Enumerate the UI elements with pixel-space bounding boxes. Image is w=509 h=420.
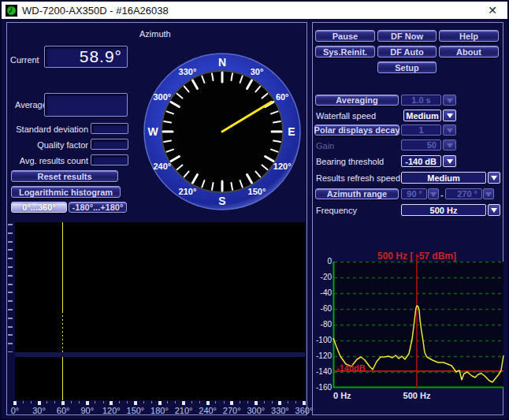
azimuth-axis-tick	[215, 401, 216, 403]
azimuth-axis-tick	[254, 401, 258, 405]
compass-degree-label: 330°	[179, 67, 197, 76]
azimuth-axis-tick	[61, 401, 65, 405]
compass-cardinal-label: S	[218, 195, 225, 207]
range-0-360-toggle[interactable]: 0°...360°	[11, 202, 67, 213]
azimuth-axis-tick	[182, 401, 185, 405]
azimuth-heading: Azimuth	[139, 29, 171, 39]
azimuth-axis-tick-label: 330°	[266, 406, 293, 415]
azimuth-axis-tick	[151, 401, 152, 403]
azimuth-axis-tick	[288, 401, 288, 403]
compass-degree-label: 300°	[153, 92, 171, 102]
azimuth-axis: 0°30°60°90°120°150°180°210°240°270°300°3…	[7, 400, 307, 415]
compass-degree-label: 120°	[273, 162, 292, 171]
azimuth-compass: N30°60°E120°150°S210°240°W300°330°	[143, 52, 302, 211]
compass-degree-label: 150°	[248, 187, 266, 196]
azimuth-axis-tick	[86, 401, 89, 405]
azimuth-axis-tick	[199, 401, 200, 403]
avg-results-count-label: Avg. results count	[7, 156, 88, 165]
azimuth-axis-tick	[31, 401, 32, 403]
azimuth-axis-tick	[134, 401, 137, 405]
azimuth-axis-tick-label: 0°	[2, 406, 28, 415]
azimuth-axis-tick-label: 30°	[26, 406, 53, 415]
azimuth-axis-tick	[79, 401, 80, 403]
title-bar[interactable]: WD-7200-AX350D - #16A26038 ✕	[2, 2, 507, 19]
azimuth-axis-tick	[224, 401, 225, 403]
histogram-bearing-bar	[62, 357, 63, 400]
azimuth-axis-tick	[303, 401, 306, 405]
azimuth-axis-tick	[54, 401, 55, 403]
spectrum-x-axis-labels: 0 Hz500 Hz	[313, 23, 503, 414]
range-pm180-toggle[interactable]: -180°...+180°	[69, 202, 127, 213]
azimuth-axis-tick	[175, 401, 176, 403]
azimuth-panel: Azimuth Current 58.9° Average Standard d…	[6, 22, 307, 415]
waterfall-bearing-trace-dotted	[62, 311, 63, 352]
azimuth-axis-tick	[295, 401, 296, 403]
waterfall-time-ticks	[8, 224, 13, 352]
azimuth-axis-tick	[240, 401, 240, 403]
azimuth-axis-tick	[110, 401, 113, 405]
average-bearing-display	[44, 93, 128, 117]
azimuth-axis-tick	[264, 401, 265, 403]
quality-factor-label: Quality factor	[7, 140, 88, 150]
quality-factor-display	[91, 139, 128, 150]
compass-cardinal-label: N	[218, 56, 226, 69]
average-label: Average	[15, 100, 47, 110]
azimuth-axis-tick	[272, 401, 273, 403]
azimuth-axis-tick-label: 60°	[50, 406, 76, 415]
azimuth-axis-tick-label: 240°	[195, 406, 221, 415]
azimuth-axis-tick	[143, 401, 144, 403]
current-bearing-display: 58.9°	[44, 46, 128, 68]
azimuth-axis-tick-label: 150°	[122, 406, 149, 415]
azimuth-axis-tick	[95, 401, 95, 403]
std-deviation-label: Standard deviation	[7, 125, 88, 134]
azimuth-axis-tick-label: 180°	[147, 406, 173, 415]
azimuth-axis-tick	[103, 401, 104, 403]
azimuth-axis-tick-label: 210°	[170, 406, 197, 415]
bearing-histogram	[15, 357, 305, 400]
compass-degree-label: 60°	[276, 92, 289, 102]
azimuth-axis-tick	[158, 401, 162, 405]
avg-results-count-display	[91, 154, 128, 165]
control-panel: Pause DF Now Help Sys.Reinit. DF Auto Ab…	[312, 22, 503, 415]
azimuth-axis-tick	[247, 401, 248, 403]
compass-degree-label: 30°	[251, 67, 264, 76]
compass-cardinal-label: W	[147, 125, 158, 138]
azimuth-axis-tick-label: 120°	[98, 406, 124, 415]
logarithmic-histogram-button[interactable]: Logarithmic histogram	[11, 186, 121, 198]
azimuth-axis-tick	[119, 401, 120, 403]
azimuth-axis-tick	[206, 401, 210, 405]
compass-degree-label: 210°	[179, 187, 197, 196]
app-window: WD-7200-AX350D - #16A26038 ✕ Azimuth Cur…	[0, 0, 509, 420]
waterfall-bearing-trace	[62, 222, 63, 311]
azimuth-axis-tick	[46, 401, 47, 403]
azimuth-axis-tick	[278, 401, 281, 405]
window-title: WD-7200-AX350D - #16A26038	[22, 5, 169, 17]
azimuth-axis-tick-label: 270°	[218, 406, 245, 415]
azimuth-axis-tick	[71, 401, 72, 403]
azimuth-axis-tick	[13, 401, 17, 405]
current-label: Current	[10, 55, 39, 65]
azimuth-axis-tick	[38, 401, 41, 405]
azimuth-axis-tick-label: 90°	[74, 406, 101, 415]
std-deviation-display	[91, 123, 128, 134]
reset-results-button[interactable]: Reset results	[11, 170, 118, 182]
azimuth-axis-tick	[167, 401, 168, 403]
app-icon	[6, 5, 17, 17]
compass-cardinal-label: E	[288, 125, 295, 138]
spectrum-x-tick-label: 0 Hz	[333, 391, 351, 400]
azimuth-axis-tick	[23, 401, 24, 403]
spectrum-x-tick-label: 500 Hz	[403, 391, 431, 400]
azimuth-axis-tick	[191, 401, 192, 403]
azimuth-axis-tick-label: 300°	[243, 406, 269, 415]
close-button[interactable]: ✕	[481, 2, 504, 19]
compass-degree-label: 240°	[153, 162, 171, 171]
bearing-waterfall	[15, 222, 305, 352]
azimuth-axis-tick	[127, 401, 128, 403]
azimuth-axis-tick	[230, 401, 233, 405]
